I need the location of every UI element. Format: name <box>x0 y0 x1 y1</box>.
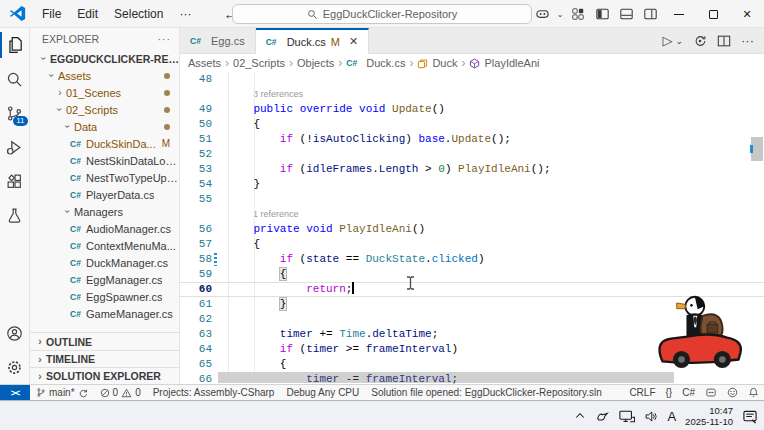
projects-status[interactable]: Projects: Assembly-CSharp <box>147 387 281 398</box>
notifications-bell-icon[interactable] <box>743 387 764 398</box>
code-line-58[interactable]: 58 if (state == DuckState.clicked) <box>180 252 764 267</box>
activitybar-run-debug[interactable] <box>0 130 30 164</box>
menu-more[interactable]: ··· <box>171 0 199 28</box>
split-editor-icon[interactable] <box>717 34 731 48</box>
activitybar-testing[interactable] <box>0 198 30 232</box>
git-modified-dot <box>164 107 170 113</box>
toggle-panel-icon[interactable] <box>614 3 638 25</box>
code-token: { <box>280 268 287 280</box>
code-line-51[interactable]: 51 if (!isAutoClicking) base.Update(); <box>180 132 764 147</box>
customize-layout-icon[interactable] <box>566 3 590 25</box>
language-indicator[interactable]: C# <box>677 387 700 398</box>
activitybar-source-control[interactable]: 11 <box>0 96 30 130</box>
maximize-button[interactable] <box>696 0 730 28</box>
tree-item-file[interactable]: C#NestSkinDataLoa... <box>30 152 179 169</box>
breadcrumb-objects[interactable]: Objects <box>297 57 334 69</box>
horizontal-scrollbar[interactable] <box>218 372 674 383</box>
command-center-text: EggDuckClicker-Repository <box>323 8 458 20</box>
section-timeline[interactable]: TIMELINE <box>30 350 179 367</box>
taskbar-clock[interactable]: 10:47 2025-11-10 <box>685 405 733 427</box>
tab-egg-cs[interactable]: C# Egg.cs <box>180 28 256 53</box>
breadcrumb-class[interactable]: Duck <box>432 57 457 69</box>
toggle-primary-sidebar-icon[interactable] <box>590 3 614 25</box>
tree-item-file[interactable]: C#DuckManager.cs <box>30 254 179 271</box>
eol-indicator[interactable]: CRLF <box>624 387 660 398</box>
feedback-smiley-icon[interactable] <box>722 387 743 398</box>
tree-item-file[interactable]: C#ContextMenuMa... <box>30 237 179 254</box>
run-chevron-icon[interactable]: ⌄ <box>675 36 683 46</box>
breadcrumb-method[interactable]: PlayIdleAni <box>484 57 539 69</box>
editor-more-actions[interactable]: ··· <box>741 33 754 48</box>
tree-item-folder[interactable]: EGGDUCKCLICKER-REPOSI... <box>30 50 179 67</box>
sidebar-more-actions[interactable]: ··· <box>158 33 172 45</box>
menu-file[interactable]: File <box>34 0 69 28</box>
tree-item-file[interactable]: C#AudioManager.cs <box>30 220 179 237</box>
tree-item-folder[interactable]: 01_Scenes <box>30 84 179 101</box>
code-line-57[interactable]: 57 { <box>180 237 764 252</box>
brackets-indicator[interactable]: {} <box>661 387 678 398</box>
tree-item-folder[interactable]: Managers <box>30 203 179 220</box>
remote-indicator[interactable]: >< <box>0 385 30 400</box>
volume-icon[interactable] <box>644 410 658 423</box>
code-line-54[interactable]: 54 } <box>180 177 764 192</box>
code-line-52[interactable]: 52 <box>180 147 764 162</box>
solution-status[interactable]: Solution file opened: EggDuckClicker-Rep… <box>365 387 607 398</box>
branch-status[interactable]: main* <box>30 387 94 398</box>
tree-item-file[interactable]: C#DuckSkinDa...M <box>30 135 179 152</box>
code-line-48[interactable]: 48 <box>180 72 764 87</box>
breadcrumb-assets[interactable]: Assets <box>188 57 221 69</box>
activitybar-search[interactable] <box>0 62 30 96</box>
copilot-chevron-icon[interactable]: ⌄ <box>554 3 566 25</box>
activitybar-account[interactable] <box>0 316 30 350</box>
section-outline[interactable]: OUTLINE <box>30 333 179 350</box>
tab-close-icon[interactable]: ✕ <box>349 35 358 48</box>
breadcrumb-scripts[interactable]: 02_Scripts <box>233 57 285 69</box>
menu-edit[interactable]: Edit <box>69 0 106 28</box>
tree-item-file[interactable]: C#EggManager.cs <box>30 271 179 288</box>
open-changes-icon[interactable] <box>693 34 707 48</box>
command-center-search[interactable]: EggDuckClicker-Repository <box>232 4 532 24</box>
tree-item-folder[interactable]: Assets <box>30 67 179 84</box>
codelens-reference[interactable]: 3 references <box>180 87 764 102</box>
tray-hidden-icons-chevron[interactable] <box>574 410 586 422</box>
line-number: 61 <box>180 297 212 312</box>
menu-selection[interactable]: Selection <box>106 0 171 28</box>
gutter <box>212 72 227 87</box>
tree-item-file[interactable]: C#PlayerData.cs <box>30 186 179 203</box>
code-line-50[interactable]: 50 { <box>180 117 764 132</box>
code-line-59[interactable]: 59 { <box>180 267 764 282</box>
run-button[interactable]: ▷ <box>662 33 672 48</box>
network-icon[interactable] <box>619 410 635 423</box>
breadcrumb-file[interactable]: Duck.cs <box>366 57 405 69</box>
debug-config-status[interactable]: Debug Any CPU <box>280 387 365 398</box>
action-center-icon[interactable] <box>742 409 758 424</box>
tree-item-folder[interactable]: Data <box>30 118 179 135</box>
code-editor[interactable]: 483 references49 public override void Up… <box>180 72 764 384</box>
code-line-56[interactable]: 56 private void PlayIdleAni() <box>180 222 764 237</box>
tree-item-file[interactable]: C#EggSpawner.cs <box>30 288 179 305</box>
code-line-55[interactable]: 55 <box>180 192 764 207</box>
vscode-logo-icon <box>9 5 26 22</box>
activitybar-explorer[interactable] <box>0 28 30 62</box>
codelens-reference[interactable]: 1 reference <box>180 207 764 222</box>
copilot-icon[interactable] <box>530 3 554 25</box>
code-token <box>227 133 280 145</box>
code-line-49[interactable]: 49 public override void Update() <box>180 102 764 117</box>
tab-duck-cs[interactable]: C# Duck.cs M ✕ <box>256 28 370 54</box>
code-line-53[interactable]: 53 if (idleFrames.Length > 0) PlayIdleAn… <box>180 162 764 177</box>
csdevkit-icon[interactable] <box>700 387 722 398</box>
tree-item-file[interactable]: C#GameManager.cs <box>30 305 179 322</box>
tray-bird-icon[interactable] <box>595 409 610 423</box>
activitybar-settings[interactable] <box>0 350 30 384</box>
line-number: 65 <box>180 357 212 372</box>
minimize-button[interactable] <box>662 0 696 28</box>
tree-item-file[interactable]: C#NestTwoTypeUpg... <box>30 169 179 186</box>
section-solution-explorer[interactable]: SOLUTION EXPLORER <box>30 367 179 384</box>
code-token: ) <box>478 253 485 265</box>
activitybar-extensions[interactable] <box>0 164 30 198</box>
close-button[interactable]: ✕ <box>730 0 764 28</box>
problems-status[interactable]: 0 0 <box>94 387 147 398</box>
toggle-secondary-sidebar-icon[interactable] <box>638 3 662 25</box>
ime-indicator[interactable]: A <box>667 409 676 424</box>
tree-item-folder[interactable]: 02_Scripts <box>30 101 179 118</box>
